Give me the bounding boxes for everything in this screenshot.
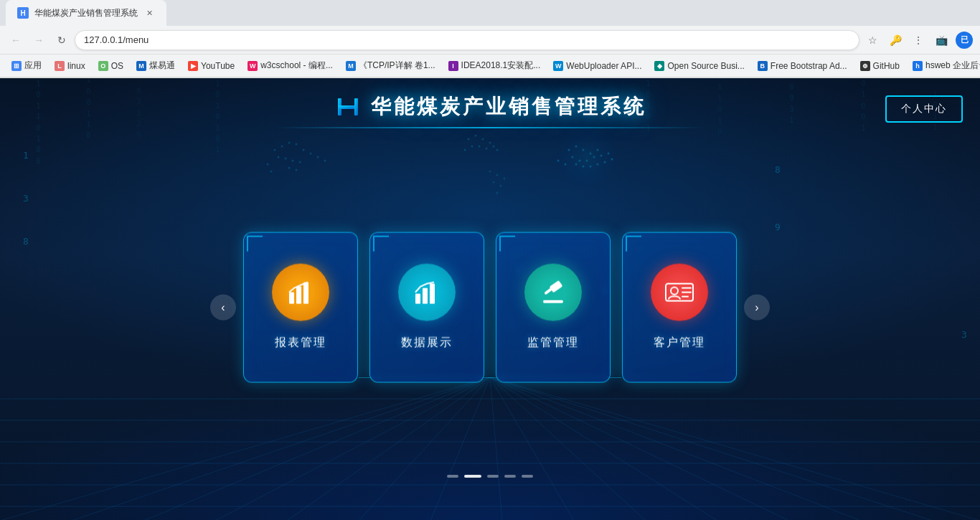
opensrc-favicon: ◆ — [654, 61, 664, 71]
github-favicon: ⊕ — [860, 61, 870, 71]
dot-5[interactable] — [522, 475, 533, 478]
menu-card-jianguan[interactable]: 监管管理 — [496, 232, 611, 382]
cast-icon[interactable]: 📺 — [931, 30, 951, 50]
back-button[interactable]: ← — [6, 30, 26, 50]
bookmarks-bar: ⊞ 应用 L linux O OS M 煤易通 ▶ YouTube W w3cs… — [0, 55, 980, 77]
tab-favicon: H — [17, 7, 29, 19]
dot-2[interactable] — [464, 475, 481, 478]
svg-rect-60 — [430, 284, 435, 304]
bookmark-idea[interactable]: I IDEA2018.1安装配... — [443, 57, 547, 75]
jianguan-label: 监管管理 — [527, 336, 579, 351]
shuju-icon-circle — [398, 264, 456, 321]
webuploader-favicon: W — [553, 61, 563, 71]
bookmark-icon[interactable]: ☆ — [862, 30, 882, 50]
bookmark-webuploader[interactable]: W WebUploader API... — [547, 58, 647, 74]
menu-card-kehu[interactable]: 客户管理 — [622, 232, 737, 382]
bookmark-apps[interactable]: ⊞ 应用 — [6, 57, 47, 75]
bar-chart-icon-2 — [413, 280, 441, 306]
profile-avatar[interactable]: 已 — [956, 32, 973, 49]
bookmark-github[interactable]: ⊕ GitHub — [854, 58, 905, 74]
os-favicon: O — [98, 61, 108, 71]
carousel-dots — [447, 475, 533, 478]
cards-wrapper: 报表管理 数据展示 — [243, 232, 737, 382]
logo-text: 华能煤炭产业销售管理系统 — [371, 93, 646, 120]
address-bar[interactable] — [75, 30, 859, 50]
logo-icon — [334, 93, 362, 121]
bookmark-hsweb[interactable]: h hsweb 企业后台管... — [907, 57, 980, 75]
kehu-icon-circle — [651, 264, 708, 321]
extensions-icon[interactable]: 🔑 — [885, 30, 905, 50]
tab-title: 华能煤炭产业销售管理系统 — [34, 7, 138, 19]
tcp-favicon: M — [346, 61, 356, 71]
dot-4[interactable] — [504, 475, 516, 478]
bookmark-tcp[interactable]: M 《TCP/IP详解 卷1... — [340, 57, 441, 75]
dot-3[interactable] — [487, 475, 499, 478]
jianguan-icon-circle — [524, 264, 582, 321]
carousel-container: ‹ 报表管理 — [203, 232, 777, 382]
svg-rect-55 — [289, 293, 294, 304]
svg-rect-56 — [296, 287, 301, 304]
svg-rect-63 — [543, 301, 563, 303]
bookmark-youtube[interactable]: ▶ YouTube — [182, 58, 240, 74]
main-content: 10110100 0100110 83129 1010101 10101 011… — [0, 78, 980, 520]
shuju-label: 数据展示 — [401, 336, 453, 351]
apps-favicon: ⊞ — [11, 61, 22, 71]
bookmark-bootstrap[interactable]: B Free Bootstrap Ad... — [752, 58, 853, 74]
menu-card-baobiao[interactable]: 报表管理 — [243, 232, 358, 382]
browser-chrome: H 华能煤炭产业销售管理系统 ✕ ← → ↻ ☆ 🔑 ⋮ 📺 已 ⊞ 应用 L … — [0, 0, 980, 78]
tab-close-btn[interactable]: ✕ — [143, 7, 155, 19]
toolbar: ← → ↻ ☆ 🔑 ⋮ 📺 已 — [0, 26, 980, 55]
carousel-prev-button[interactable]: ‹ — [210, 294, 236, 320]
baobiao-icon-circle — [272, 264, 329, 321]
tab-bar: H 华能煤炭产业销售管理系统 ✕ — [0, 0, 980, 26]
id-card-icon — [664, 281, 694, 304]
bookmark-os[interactable]: O OS — [93, 58, 129, 74]
bookmark-w3cschool[interactable]: W w3cschool - 编程... — [242, 57, 339, 75]
logo-container: 华能煤炭产业销售管理系统 — [334, 93, 646, 121]
baobiao-label: 报表管理 — [275, 336, 326, 351]
header: 华能煤炭产业销售管理系统 — [0, 78, 980, 136]
dot-1[interactable] — [447, 475, 458, 478]
active-tab[interactable]: H 华能煤炭产业销售管理系统 ✕ — [6, 0, 166, 26]
bookmark-linux[interactable]: L linux — [49, 58, 91, 74]
bookmark-meitong[interactable]: M 煤易通 — [131, 57, 181, 75]
svg-rect-59 — [423, 288, 428, 304]
w3cschool-favicon: W — [248, 61, 258, 71]
meitong-favicon: M — [136, 61, 146, 71]
kehu-label: 客户管理 — [654, 336, 705, 351]
bar-chart-icon-1 — [286, 280, 315, 306]
idea-favicon: I — [448, 61, 458, 71]
svg-point-65 — [671, 288, 678, 295]
bookmark-opensrc[interactable]: ◆ Open Source Busi... — [649, 58, 750, 74]
svg-rect-58 — [415, 294, 420, 304]
profile-icon[interactable]: 已 — [954, 30, 974, 50]
toolbar-right: ☆ 🔑 ⋮ 📺 已 — [862, 30, 974, 50]
hsweb-favicon: h — [913, 61, 923, 71]
forward-button[interactable]: → — [29, 30, 49, 50]
settings-icon[interactable]: ⋮ — [908, 30, 928, 50]
personal-center-button[interactable]: 个人中心 — [885, 95, 963, 123]
menu-card-shuju[interactable]: 数据展示 — [369, 232, 484, 382]
carousel-next-button[interactable]: › — [744, 294, 770, 320]
svg-rect-54 — [354, 98, 358, 115]
bootstrap-favicon: B — [758, 61, 768, 71]
reload-button[interactable]: ↻ — [52, 30, 72, 50]
youtube-favicon: ▶ — [188, 61, 198, 71]
linux-favicon: L — [55, 61, 65, 71]
svg-rect-57 — [303, 283, 308, 304]
gavel-icon — [539, 279, 567, 306]
